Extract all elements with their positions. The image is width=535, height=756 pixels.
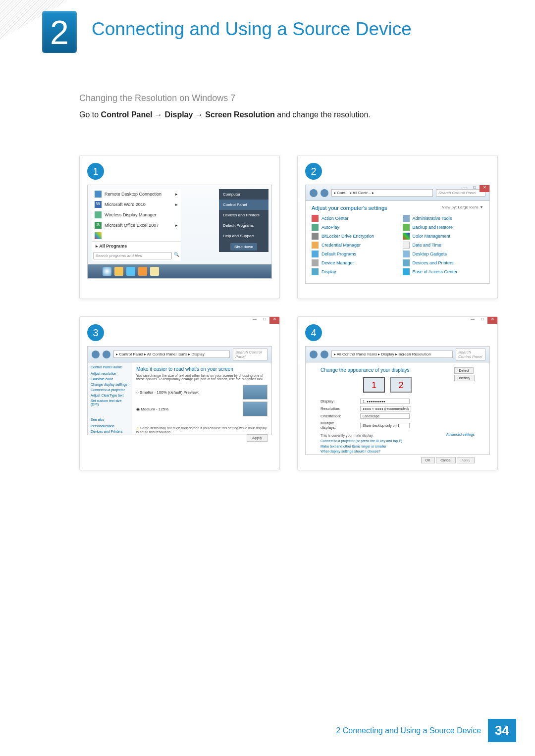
breadcrumb[interactable]: ▸ Cont... ▸ All Contr... ▸ bbox=[331, 189, 433, 197]
view-by-selector[interactable]: View by: Large icons ▼ bbox=[442, 205, 483, 209]
monitor-1-icon[interactable]: 1 bbox=[363, 377, 385, 393]
back-button[interactable] bbox=[310, 189, 318, 197]
apply-button[interactable]: Apply bbox=[457, 457, 475, 463]
cp-item-display[interactable]: Display bbox=[312, 268, 393, 275]
breadcrumb[interactable]: ▸ Control Panel ▸ All Control Panel Item… bbox=[113, 351, 230, 358]
menu-item[interactable]: Devices and Printers bbox=[219, 210, 268, 220]
connect-projector-link[interactable]: Connect to a projector (or press the ⊞ k… bbox=[321, 439, 475, 443]
ie-icon[interactable] bbox=[126, 267, 135, 276]
resolution-select[interactable]: ●●●● × ●●●● (recommended) bbox=[360, 406, 411, 411]
back-button[interactable] bbox=[92, 351, 100, 358]
cp-item[interactable]: Date and Time bbox=[403, 242, 484, 249]
wmp-icon[interactable] bbox=[138, 267, 147, 276]
detect-button[interactable]: Detect bbox=[454, 367, 473, 374]
warning-icon: ⚠ bbox=[136, 426, 139, 430]
all-programs[interactable]: ▸ All Programs bbox=[92, 241, 181, 251]
forward-button[interactable] bbox=[321, 351, 328, 358]
multiple-select[interactable]: Show desktop only on 1 bbox=[360, 423, 410, 428]
sidebar-home[interactable]: Control Panel Home bbox=[91, 365, 129, 369]
display-select[interactable]: 1. ●●●●●●●●● bbox=[360, 399, 410, 404]
monitor-preview: 1 2 bbox=[321, 377, 475, 393]
close-button[interactable]: ✕ bbox=[487, 317, 497, 324]
screenshots-grid: 1 Remote Desktop Connection▸ WMicrosoft … bbox=[79, 155, 498, 470]
apply-button[interactable]: Apply bbox=[247, 434, 268, 442]
menu-item[interactable]: Computer bbox=[219, 189, 268, 200]
make-larger-link[interactable]: Make text and other items larger or smal… bbox=[321, 445, 475, 448]
search-input[interactable]: Search programs and files bbox=[93, 252, 172, 259]
close-button[interactable]: ✕ bbox=[480, 185, 489, 192]
advanced-settings-link[interactable]: Advanced settings bbox=[446, 433, 475, 436]
cp-item-label: Desktop Gadgets bbox=[413, 252, 447, 256]
taskbar-icon[interactable] bbox=[114, 267, 123, 276]
forward-button[interactable] bbox=[103, 351, 110, 358]
menu-item-control-panel[interactable]: Control Panel bbox=[219, 200, 268, 210]
chapter-badge: 2 bbox=[42, 11, 77, 53]
resolution-row: Resolution:●●●● × ●●●● (recommended) bbox=[321, 406, 475, 411]
ok-button[interactable]: OK bbox=[421, 457, 435, 463]
sidebar-link[interactable]: Connect to a projector bbox=[91, 388, 129, 392]
program-item[interactable] bbox=[92, 231, 181, 241]
program-item[interactable]: WMicrosoft Word 2010▸ bbox=[92, 200, 181, 210]
sidebar-link[interactable]: Adjust ClearType text bbox=[91, 394, 129, 397]
instruction-path1: Control Panel bbox=[101, 110, 153, 119]
program-item[interactable]: Remote Desktop Connection▸ bbox=[92, 189, 181, 200]
sidebar-link[interactable]: Personalization bbox=[91, 424, 129, 428]
maximize-button[interactable]: □ bbox=[260, 317, 269, 324]
cp-item[interactable]: AutoPlay bbox=[312, 224, 393, 231]
cp-item[interactable]: Device Manager bbox=[312, 259, 393, 266]
forward-button[interactable] bbox=[321, 189, 328, 197]
sidebar-link[interactable]: Change display settings bbox=[91, 383, 129, 386]
start-orb-icon[interactable] bbox=[103, 267, 111, 276]
screenshot-control-panel: — □ ✕ ▸ Cont... ▸ All Contr... ▸ Search … bbox=[305, 185, 490, 284]
size-option[interactable]: ○ Smaller - 100% (default) Preview: bbox=[136, 385, 268, 400]
sidebar-link[interactable]: Devices and Printers bbox=[91, 430, 129, 433]
cp-item[interactable]: Ease of Access Center bbox=[403, 268, 484, 275]
minimize-button[interactable]: — bbox=[460, 185, 470, 192]
row-label: Resolution: bbox=[321, 406, 350, 411]
cp-item[interactable]: Credential Manager bbox=[312, 242, 393, 249]
cp-item[interactable]: Action Center bbox=[312, 215, 393, 222]
close-button[interactable]: ✕ bbox=[269, 317, 279, 324]
what-settings-link[interactable]: What display settings should I choose? bbox=[321, 450, 475, 453]
cp-item[interactable]: Color Management bbox=[403, 233, 484, 240]
cp-item-label: Default Programs bbox=[321, 252, 356, 256]
identify-button[interactable]: Identify bbox=[454, 375, 475, 381]
monitor-2-icon[interactable]: 2 bbox=[390, 377, 412, 393]
size-option[interactable]: ◉ Medium - 125% bbox=[136, 402, 268, 416]
cp-item[interactable]: Backup and Restore bbox=[403, 224, 484, 231]
maximize-button[interactable]: □ bbox=[470, 185, 480, 192]
breadcrumb[interactable]: ▸ All Control Panel Items ▸ Display ▸ Sc… bbox=[331, 351, 453, 358]
page-footer: 2 Connecting and Using a Source Device 3… bbox=[336, 719, 516, 742]
cp-item[interactable]: Devices and Printers bbox=[403, 259, 484, 266]
see-also: See also bbox=[91, 418, 129, 421]
cp-item[interactable]: Desktop Gadgets bbox=[403, 251, 484, 257]
orientation-row: Orientation:Landscape bbox=[321, 413, 475, 419]
menu-item[interactable]: Help and Support bbox=[219, 231, 268, 241]
cp-item[interactable]: Default Programs bbox=[312, 251, 393, 257]
cp-item[interactable]: BitLocker Drive Encryption bbox=[312, 233, 393, 240]
display-main: Make it easier to read what's on your sc… bbox=[132, 362, 271, 434]
detect-identify-row: Detect Identify bbox=[454, 367, 475, 382]
program-item[interactable]: XMicrosoft Office Excel 2007▸ bbox=[92, 220, 181, 231]
program-item[interactable]: Wireless Display Manager bbox=[92, 210, 181, 220]
minimize-button[interactable]: — bbox=[250, 317, 260, 324]
cp-item[interactable]: Administrative Tools bbox=[403, 215, 484, 222]
explorer-icon[interactable] bbox=[150, 267, 159, 276]
orientation-select[interactable]: Landscape bbox=[360, 413, 410, 419]
program-label: Wireless Display Manager bbox=[105, 212, 157, 217]
main-display-text: This is currently your main display. bbox=[321, 434, 374, 437]
sidebar-link[interactable]: Set custom text size (DPI) bbox=[91, 399, 129, 406]
cp-item-label: Device Manager bbox=[321, 260, 354, 265]
option-label: ○ Smaller - 100% (default) Preview: bbox=[136, 390, 199, 395]
search-input[interactable]: Search Control Panel bbox=[456, 349, 485, 360]
instruction-suffix: and change the resolution. bbox=[275, 110, 371, 119]
search-input[interactable]: Search Control Panel bbox=[233, 349, 268, 360]
shutdown-button[interactable]: Shut down bbox=[230, 243, 257, 251]
back-button[interactable] bbox=[310, 351, 318, 358]
sidebar-link[interactable]: Adjust resolution bbox=[91, 372, 129, 375]
menu-item[interactable]: Default Programs bbox=[219, 220, 268, 231]
minimize-button[interactable]: — bbox=[468, 317, 478, 324]
maximize-button[interactable]: □ bbox=[478, 317, 487, 324]
sidebar-link[interactable]: Calibrate color bbox=[91, 377, 129, 381]
cancel-button[interactable]: Cancel bbox=[436, 457, 456, 463]
